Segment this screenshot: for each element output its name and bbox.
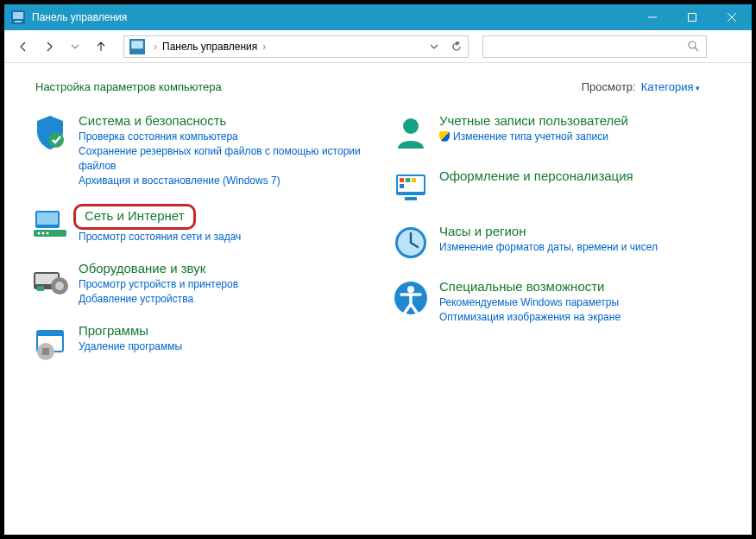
svg-rect-33 bbox=[400, 184, 404, 188]
svg-rect-31 bbox=[406, 178, 410, 182]
svg-line-10 bbox=[695, 48, 698, 51]
svg-point-17 bbox=[47, 232, 49, 235]
category-link[interactable]: Рекомендуемые Windows параметры bbox=[439, 295, 621, 310]
category-link[interactable]: Изменение форматов даты, времени и чисел bbox=[439, 240, 658, 255]
category-user-accounts: Учетные записи пользователейИзменение ти… bbox=[391, 112, 726, 152]
svg-rect-8 bbox=[131, 41, 143, 48]
programs-icon bbox=[30, 322, 70, 362]
address-bar[interactable]: › Панель управления › bbox=[123, 35, 469, 58]
search-input[interactable] bbox=[482, 35, 707, 58]
refresh-button[interactable] bbox=[445, 41, 468, 52]
category-programs: ПрограммыУдаление программы bbox=[30, 322, 365, 362]
system-security-icon bbox=[30, 112, 70, 152]
search-icon bbox=[688, 41, 699, 52]
category-network-internet: Сеть и ИнтернетПросмотр состояния сети и… bbox=[30, 204, 365, 244]
nav-back-button[interactable] bbox=[13, 36, 34, 57]
navbar: › Панель управления › bbox=[4, 30, 752, 63]
nav-up-button[interactable] bbox=[91, 36, 111, 57]
category-link[interactable]: Оптимизация изображения на экране bbox=[439, 310, 621, 325]
category-ease-of-access: Специальные возможностиРекомендуемые Win… bbox=[391, 278, 726, 325]
chevron-right-icon: › bbox=[259, 41, 269, 53]
close-button[interactable] bbox=[712, 4, 752, 30]
svg-rect-24 bbox=[37, 331, 63, 336]
window: Панель управления › Панель управления › … bbox=[4, 4, 752, 535]
hardware-sound-icon bbox=[30, 260, 70, 300]
category-title[interactable]: Специальные возможности bbox=[439, 278, 605, 295]
window-title: Панель управления bbox=[32, 11, 127, 23]
right-column: Учетные записи пользователейИзменение ти… bbox=[391, 112, 726, 377]
svg-rect-26 bbox=[42, 348, 49, 355]
svg-rect-2 bbox=[15, 21, 22, 22]
svg-rect-32 bbox=[412, 178, 416, 182]
minimize-button[interactable] bbox=[633, 4, 672, 30]
svg-point-21 bbox=[55, 282, 64, 290]
breadcrumb-root[interactable]: Панель управления bbox=[161, 41, 259, 53]
category-title[interactable]: Оформление и персонализация bbox=[439, 168, 633, 185]
left-column: Система и безопасностьПроверка состояния… bbox=[30, 112, 365, 377]
svg-rect-30 bbox=[400, 178, 404, 182]
category-hardware-sound: Оборудование и звукПросмотр устройств и … bbox=[30, 260, 365, 307]
category-title[interactable]: Сеть и Интернет bbox=[73, 204, 196, 230]
svg-rect-1 bbox=[13, 12, 23, 19]
user-accounts-icon bbox=[391, 112, 431, 152]
control-panel-icon bbox=[129, 39, 145, 54]
chevron-right-icon: › bbox=[150, 41, 161, 53]
category-title[interactable]: Система и безопасность bbox=[79, 112, 226, 130]
svg-rect-13 bbox=[37, 212, 58, 225]
category-link[interactable]: Добавление устройства bbox=[79, 292, 238, 307]
nav-forward-button[interactable] bbox=[39, 36, 60, 57]
svg-point-27 bbox=[403, 118, 419, 134]
ease-of-access-icon bbox=[391, 278, 431, 318]
svg-point-15 bbox=[38, 232, 41, 235]
category-link[interactable]: Изменение типа учетной записи bbox=[439, 130, 628, 144]
category-link[interactable]: Сохранение резервных копий файлов с помо… bbox=[79, 144, 365, 174]
view-dropdown[interactable]: Категория bbox=[641, 80, 700, 93]
svg-point-9 bbox=[689, 41, 696, 48]
svg-rect-22 bbox=[37, 286, 44, 291]
category-system-security: Система и безопасностьПроверка состояния… bbox=[30, 112, 365, 188]
category-link[interactable]: Просмотр состояния сети и задач bbox=[79, 230, 241, 244]
maximize-button[interactable] bbox=[672, 4, 712, 30]
category-title[interactable]: Оборудование и звук bbox=[79, 260, 205, 277]
content-area: Настройка параметров компьютера Просмотр… bbox=[4, 63, 752, 535]
nav-recent-button[interactable] bbox=[65, 36, 85, 57]
category-title[interactable]: Программы bbox=[79, 322, 148, 339]
svg-point-38 bbox=[407, 286, 414, 293]
category-link[interactable]: Архивация и восстановление (Windows 7) bbox=[79, 174, 365, 188]
address-dropdown-button[interactable] bbox=[423, 42, 445, 51]
category-clock-region: Часы и регионИзменение форматов даты, вр… bbox=[391, 223, 726, 263]
category-title[interactable]: Учетные записи пользователей bbox=[439, 112, 628, 130]
category-link[interactable]: Удаление программы bbox=[79, 339, 182, 354]
category-title[interactable]: Часы и регион bbox=[439, 223, 526, 240]
category-link[interactable]: Проверка состояния компьютера bbox=[79, 130, 365, 144]
view-label: Просмотр: bbox=[582, 80, 636, 93]
titlebar: Панель управления bbox=[4, 4, 752, 30]
page-title: Настройка параметров компьютера bbox=[35, 80, 222, 93]
svg-rect-4 bbox=[689, 14, 696, 22]
appearance-icon bbox=[391, 168, 431, 207]
control-panel-icon bbox=[11, 10, 25, 24]
svg-rect-34 bbox=[405, 197, 417, 200]
network-internet-icon bbox=[30, 204, 70, 244]
category-appearance: Оформление и персонализация bbox=[391, 168, 726, 207]
svg-point-16 bbox=[42, 232, 45, 235]
content-header: Настройка параметров компьютера Просмотр… bbox=[30, 80, 726, 93]
category-link[interactable]: Просмотр устройств и принтеров bbox=[79, 277, 238, 292]
clock-region-icon bbox=[391, 223, 431, 263]
